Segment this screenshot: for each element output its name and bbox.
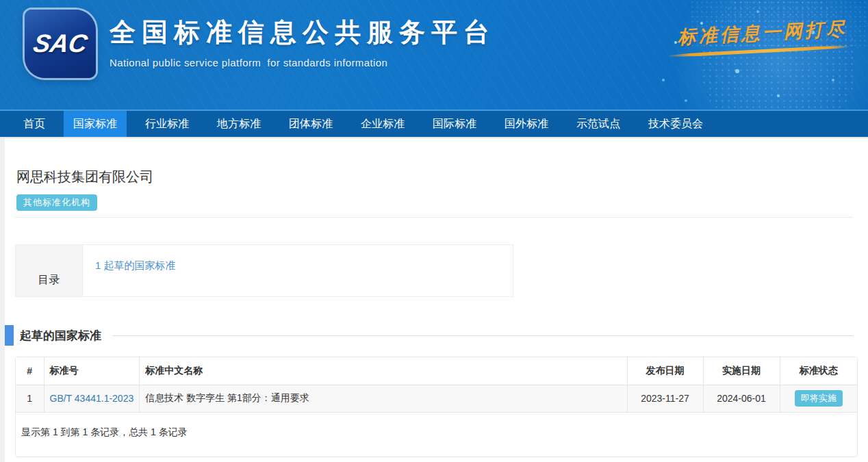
sac-logo[interactable]: SAC [25, 10, 96, 78]
nav-item-international-standards[interactable]: 国际标准 [423, 111, 486, 137]
toc-body: 1 起草的国家标准 [82, 245, 513, 296]
cell-status: 即将实施 [780, 385, 857, 412]
nav-item-home[interactable]: 首页 [14, 111, 55, 137]
nav-item-group-standards[interactable]: 团体标准 [279, 111, 342, 137]
toc-panel: 目录 1 起草的国家标准 [15, 244, 513, 297]
cell-publish-date: 2023-11-27 [627, 385, 703, 412]
site-subtitle: National public service platform for sta… [110, 57, 496, 68]
column-header-status: 标准状态 [780, 357, 857, 385]
table-header-row: # 标准号 标准中文名称 发布日期 实施日期 标准状态 [16, 357, 857, 385]
nav-item-national-standards[interactable]: 国家标准 [64, 111, 127, 137]
section-header: 起草的国家标准 [5, 325, 868, 346]
records-summary: 显示第 1 到第 1 条记录，总共 1 条记录 [16, 413, 857, 457]
table-row: 1 GB/T 43441.1-2023 信息技术 数字孪生 第1部分：通用要求 … [16, 385, 857, 412]
column-header-index: # [16, 357, 44, 385]
section-accent-bar [5, 325, 14, 346]
section-rule-line [112, 335, 853, 336]
column-header-standard-code: 标准号 [44, 357, 140, 385]
nav-item-technical-committees[interactable]: 技术委员会 [639, 111, 713, 137]
cell-standard-name: 信息技术 数字孪生 第1部分：通用要求 [140, 385, 627, 412]
column-header-publish-date: 发布日期 [627, 357, 703, 385]
content-area: 网思科技集团有限公司 其他标准化机构 目录 1 起草的国家标准 起草的国家标准 … [5, 138, 868, 462]
toc-item-label: 起草的国家标准 [104, 259, 176, 271]
nav-item-local-standards[interactable]: 地方标准 [207, 111, 270, 137]
cell-index: 1 [16, 385, 44, 412]
org-type-badge: 其他标准化机构 [16, 194, 97, 211]
standard-code-link[interactable]: GB/T 43441.1-2023 [50, 393, 134, 404]
sac-logo-text: SAC [31, 29, 90, 58]
site-title: 全国标准信息公共服务平台 [110, 15, 496, 50]
nav-item-pilot-programs[interactable]: 示范试点 [567, 111, 630, 137]
section-title: 起草的国家标准 [20, 328, 101, 344]
toc-label: 目录 [16, 245, 82, 296]
toc-item-index: 1 [95, 259, 101, 271]
section-divider [15, 217, 853, 218]
toc-link-drafted-national-standards[interactable]: 1 起草的国家标准 [95, 259, 176, 271]
nav-item-enterprise-standards[interactable]: 企业标准 [351, 111, 414, 137]
column-header-implement-date: 实施日期 [703, 357, 780, 385]
org-name: 网思科技集团有限公司 [16, 138, 868, 186]
site-header: SAC 全国标准信息公共服务平台 National public service… [0, 0, 868, 111]
cell-implement-date: 2024-06-01 [703, 385, 780, 412]
standards-table-container: # 标准号 标准中文名称 发布日期 实施日期 标准状态 1 GB/T 43441… [15, 357, 858, 457]
main-nav: 首页 国家标准 行业标准 地方标准 团体标准 企业标准 国际标准 国外标准 示范… [0, 111, 868, 137]
site-titles: 全国标准信息公共服务平台 National public service pla… [110, 15, 496, 68]
nav-item-foreign-standards[interactable]: 国外标准 [495, 111, 558, 137]
sparkle-dots [674, 41, 677, 44]
status-badge: 即将实施 [795, 390, 843, 407]
standards-table: # 标准号 标准中文名称 发布日期 实施日期 标准状态 1 GB/T 43441… [16, 357, 857, 413]
nav-item-industry-standards[interactable]: 行业标准 [136, 111, 199, 137]
cell-standard-code: GB/T 43441.1-2023 [44, 385, 140, 412]
column-header-standard-name: 标准中文名称 [140, 357, 627, 385]
